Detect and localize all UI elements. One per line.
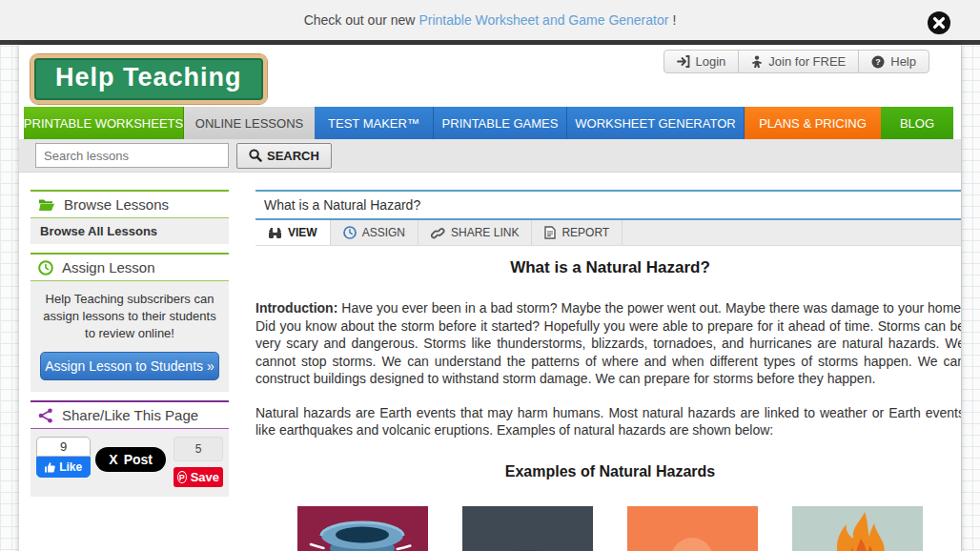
search-button-label: SEARCH (267, 149, 319, 163)
breadcrumb-title: What is a Natural Hazard? (264, 197, 420, 213)
x-post-button[interactable]: X Post (95, 447, 166, 472)
intro-text: Have you ever been in a bad storm? Maybe… (255, 300, 961, 386)
nav-worksheet-generator[interactable]: WORKSHEET GENERATOR (567, 107, 745, 139)
browse-all-lessons-link[interactable]: Browse All Lessons (31, 218, 229, 244)
tab-view[interactable]: VIEW (255, 220, 331, 245)
folder-icon (38, 197, 55, 212)
nav-printable-games[interactable]: PRINTABLE GAMES (434, 107, 567, 139)
page-container: Help Teaching Login Join for FREE ? Help… (19, 45, 961, 551)
site-header: Help Teaching Login Join for FREE ? Help (19, 45, 961, 107)
assign-lesson-text: Help Teaching subscribers can assign les… (40, 291, 219, 342)
lesson-intro-paragraph: Introduction: Have you ever been in a ba… (255, 299, 961, 388)
search-icon (249, 149, 262, 162)
nav-plans-pricing[interactable]: PLANS & PRICING (745, 107, 881, 139)
lesson-tab-bar: VIEW ASSIGN SHARE LINK REPORT (255, 220, 961, 246)
wildfire-image (792, 506, 923, 551)
help-icon: ? (871, 55, 885, 69)
binoculars-icon (268, 227, 282, 239)
tab-assign[interactable]: ASSIGN (331, 220, 419, 245)
facebook-like-button[interactable]: Like (36, 457, 91, 478)
pinterest-widget: 5 P Save (174, 437, 223, 487)
facebook-like-widget[interactable]: 9 Like (36, 437, 91, 478)
help-button[interactable]: ? Help (858, 50, 929, 73)
tab-share-link[interactable]: SHARE LINK (419, 220, 532, 245)
share-section-title: Share/Like This Page (62, 407, 198, 423)
tab-share-link-label: SHARE LINK (451, 226, 519, 239)
thumbs-up-icon (45, 462, 55, 473)
lesson-title: What is a Natural Hazard? (255, 258, 961, 277)
lesson-paragraph-2: Natural hazards are Earth events that ma… (255, 404, 961, 439)
tab-report[interactable]: REPORT (532, 220, 623, 245)
pinterest-save-button[interactable]: P Save (174, 467, 223, 487)
facebook-like-count: 9 (36, 437, 91, 457)
assign-lesson-button[interactable]: Assign Lesson to Students » (40, 352, 219, 380)
breadcrumb: What is a Natural Hazard? (255, 190, 961, 220)
share-section: Share/Like This Page 9 Like X Post (31, 400, 229, 497)
tab-assign-label: ASSIGN (362, 226, 405, 239)
site-logo[interactable]: Help Teaching (31, 54, 267, 104)
search-input[interactable] (35, 143, 229, 168)
nav-blog[interactable]: BLOG (881, 107, 953, 139)
browse-lessons-section: Browse Lessons Browse All Lessons (31, 190, 229, 244)
nav-test-maker[interactable]: TEST MAKER™ (315, 107, 434, 139)
join-label: Join for FREE (768, 54, 846, 69)
assign-lesson-section: Assign Lesson Help Teaching subscribers … (31, 253, 229, 392)
browse-lessons-header: Browse Lessons (31, 190, 229, 218)
auth-button-group: Login Join for FREE ? Help (664, 50, 929, 73)
browse-lessons-title: Browse Lessons (64, 196, 169, 213)
link-icon (431, 226, 445, 239)
promo-banner-text: Check out our new (304, 12, 416, 28)
login-label: Login (696, 54, 726, 69)
clock-icon (38, 260, 53, 276)
assign-lesson-body: Help Teaching subscribers can assign les… (31, 281, 229, 392)
x-post-label: Post (124, 452, 153, 467)
pinterest-icon: P (177, 471, 187, 483)
nav-printable-worksheets[interactable]: PRINTABLE WORKSHEETS (24, 107, 184, 139)
promo-banner-suffix: ! (672, 12, 676, 28)
login-button[interactable]: Login (664, 50, 740, 73)
drought-heat-image (627, 506, 758, 551)
assign-lesson-header: Assign Lesson (31, 253, 229, 281)
share-icon (38, 408, 53, 423)
promo-banner: Check out our new Printable Worksheet an… (0, 0, 980, 40)
sidebar: Browse Lessons Browse All Lessons Assign… (31, 190, 229, 505)
promo-banner-link[interactable]: Printable Worksheet and Game Generator (419, 12, 668, 28)
svg-text:?: ? (876, 57, 882, 67)
tab-report-label: REPORT (561, 226, 609, 239)
social-buttons: 9 Like X Post 5 P Save (31, 429, 229, 497)
assign-lesson-title: Assign Lesson (62, 259, 155, 276)
content-area: Browse Lessons Browse All Lessons Assign… (19, 173, 961, 551)
nav-online-lessons[interactable]: ONLINE LESSONS (184, 107, 315, 139)
lesson-panel: What is a Natural Hazard? VIEW ASSIGN SH… (255, 190, 961, 551)
site-logo-text: Help Teaching (55, 63, 242, 92)
facebook-like-label: Like (59, 460, 82, 474)
examples-heading: Examples of Natural Hazards (255, 463, 961, 480)
examples-image-row (255, 506, 961, 551)
pinterest-count: 5 (174, 437, 223, 461)
pinterest-save-label: Save (191, 470, 219, 484)
close-icon[interactable] (927, 10, 951, 35)
share-section-header: Share/Like This Page (31, 400, 229, 429)
help-label: Help (890, 54, 916, 69)
sign-in-icon (677, 55, 690, 68)
intro-label: Introduction: (255, 300, 337, 316)
person-icon (751, 55, 763, 69)
tornado-image (297, 506, 428, 551)
tab-view-label: VIEW (288, 226, 317, 239)
x-logo-icon: X (109, 452, 117, 467)
thunderstorm-image (462, 506, 593, 551)
document-icon (544, 226, 556, 239)
assign-clock-icon (343, 226, 357, 239)
main-nav: PRINTABLE WORKSHEETS ONLINE LESSONS TEST… (24, 107, 956, 139)
search-button[interactable]: SEARCH (236, 143, 332, 169)
search-bar: SEARCH (19, 139, 961, 173)
join-button[interactable]: Join for FREE (738, 50, 859, 73)
